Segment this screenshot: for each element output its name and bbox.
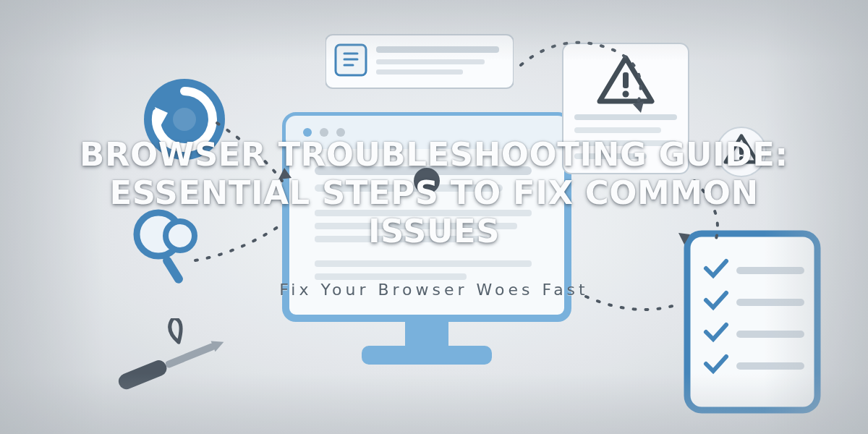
hero-subtitle: Fix Your Browser Woes Fast — [279, 281, 588, 299]
hero-title: BROWSER TROUBLESHOOTING GUIDE: ESSENTIAL… — [72, 135, 796, 250]
hero-text: BROWSER TROUBLESHOOTING GUIDE: ESSENTIAL… — [0, 0, 868, 434]
